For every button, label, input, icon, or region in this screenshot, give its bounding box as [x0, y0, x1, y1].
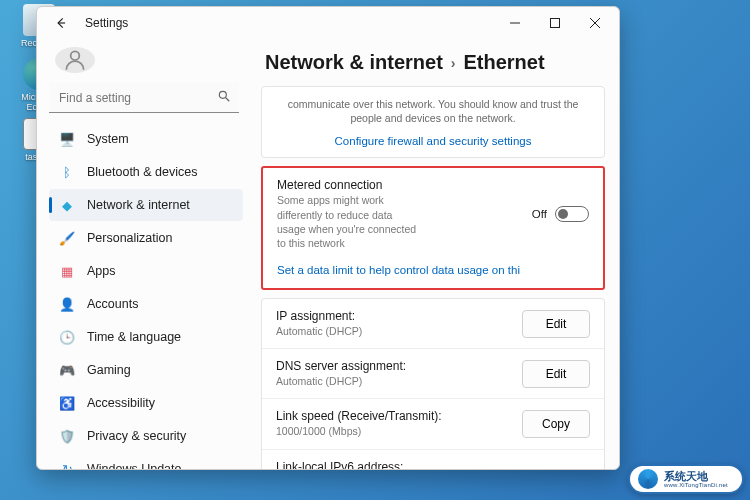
sidebar-item-label: Accessibility	[87, 396, 235, 410]
sidebar-item-time-language[interactable]: 🕒Time & language	[49, 321, 243, 353]
search-input[interactable]	[49, 83, 239, 113]
detail-row-title: Link speed (Receive/Transmit):	[276, 409, 512, 423]
person-icon	[62, 47, 88, 73]
maximize-button[interactable]	[535, 9, 575, 37]
time-language-icon: 🕒	[59, 329, 75, 345]
metered-toggle-label: Off	[532, 208, 547, 220]
system-icon: 🖥️	[59, 131, 75, 147]
detail-row-value: Automatic (DHCP)	[276, 324, 416, 338]
titlebar: Settings	[37, 7, 619, 39]
metered-description: Some apps might work differently to redu…	[277, 193, 417, 250]
network-profile-description: communicate over this network. You shoul…	[276, 97, 590, 131]
sidebar-item-label: Time & language	[87, 330, 235, 344]
svg-line-6	[226, 98, 230, 102]
search-icon[interactable]	[217, 89, 231, 107]
privacy-security-icon: 🛡️	[59, 428, 75, 444]
breadcrumb-current: Ethernet	[463, 51, 544, 74]
detail-row-title: IP assignment:	[276, 309, 512, 323]
firewall-settings-link[interactable]: Configure firewall and security settings	[276, 135, 590, 147]
network-icon: ◆	[59, 197, 75, 213]
minimize-icon	[510, 18, 520, 28]
data-limit-link[interactable]: Set a data limit to help control data us…	[277, 264, 520, 276]
detail-row-value: Automatic (DHCP)	[276, 374, 416, 388]
sidebar-item-apps[interactable]: ▦Apps	[49, 255, 243, 287]
sidebar-item-label: System	[87, 132, 235, 146]
chevron-right-icon: ›	[451, 55, 456, 71]
accounts-icon: 👤	[59, 296, 75, 312]
sidebar-item-privacy-security[interactable]: 🛡️Privacy & security	[49, 420, 243, 452]
sidebar-item-label: Bluetooth & devices	[87, 165, 235, 179]
svg-rect-1	[551, 19, 560, 28]
metered-connection-panel: Metered connection Some apps might work …	[261, 166, 605, 290]
metered-title: Metered connection	[277, 178, 522, 192]
maximize-icon	[550, 18, 560, 28]
svg-point-5	[219, 91, 226, 98]
sidebar-item-label: Personalization	[87, 231, 235, 245]
gaming-icon: 🎮	[59, 362, 75, 378]
sidebar-item-personalization[interactable]: 🖌️Personalization	[49, 222, 243, 254]
logo-url: www.XiTongTianDi.net	[664, 482, 728, 488]
sidebar: 🖥️SystemᛒBluetooth & devices◆Network & i…	[37, 39, 251, 469]
back-button[interactable]	[47, 9, 75, 37]
logo-icon	[638, 469, 658, 489]
edit-button[interactable]: Edit	[522, 310, 590, 338]
detail-row: Link-local IPv6 address:	[262, 449, 604, 469]
sidebar-item-label: Accounts	[87, 297, 235, 311]
content-area: Network & internet › Ethernet communicat…	[251, 39, 619, 469]
network-profile-panel: communicate over this network. You shoul…	[261, 86, 605, 158]
detail-row: DNS server assignment:Automatic (DHCP)Ed…	[262, 348, 604, 398]
breadcrumb-parent[interactable]: Network & internet	[265, 51, 443, 74]
toggle-knob-icon	[558, 209, 568, 219]
sidebar-item-label: Network & internet	[87, 198, 235, 212]
personalization-icon: 🖌️	[59, 230, 75, 246]
detail-row-value: 1000/1000 (Mbps)	[276, 424, 416, 438]
sidebar-item-bluetooth[interactable]: ᛒBluetooth & devices	[49, 156, 243, 188]
detail-row-title: DNS server assignment:	[276, 359, 512, 373]
back-arrow-icon	[54, 16, 68, 30]
minimize-button[interactable]	[495, 9, 535, 37]
sidebar-item-label: Apps	[87, 264, 235, 278]
copy-button[interactable]: Copy	[522, 410, 590, 438]
details-panel: IP assignment:Automatic (DHCP)EditDNS se…	[261, 298, 605, 469]
close-icon	[590, 18, 600, 28]
sidebar-item-system[interactable]: 🖥️System	[49, 123, 243, 155]
sidebar-item-accounts[interactable]: 👤Accounts	[49, 288, 243, 320]
sidebar-item-label: Gaming	[87, 363, 235, 377]
close-button[interactable]	[575, 9, 615, 37]
sidebar-item-label: Windows Update	[87, 462, 235, 469]
sidebar-item-accessibility[interactable]: ♿Accessibility	[49, 387, 243, 419]
sidebar-item-label: Privacy & security	[87, 429, 235, 443]
sidebar-item-gaming[interactable]: 🎮Gaming	[49, 354, 243, 386]
accessibility-icon: ♿	[59, 395, 75, 411]
logo-badge: 系统天地 www.XiTongTianDi.net	[628, 464, 744, 494]
logo-name: 系统天地	[664, 471, 728, 482]
detail-row: IP assignment:Automatic (DHCP)Edit	[262, 299, 604, 348]
sidebar-item-windows-update[interactable]: ↻Windows Update	[49, 453, 243, 469]
svg-point-4	[71, 51, 80, 60]
metered-toggle[interactable]	[555, 206, 589, 222]
settings-window: Settings 🖥️SystemᛒBluetooth & devices◆Ne…	[36, 6, 620, 470]
search-box	[49, 83, 239, 113]
window-title: Settings	[85, 16, 128, 30]
breadcrumb: Network & internet › Ethernet	[265, 51, 605, 74]
bluetooth-icon: ᛒ	[59, 164, 75, 180]
detail-row-title: Link-local IPv6 address:	[276, 460, 590, 469]
edit-button[interactable]: Edit	[522, 360, 590, 388]
avatar[interactable]	[55, 47, 95, 73]
nav-list: 🖥️SystemᛒBluetooth & devices◆Network & i…	[49, 123, 243, 469]
detail-row: Link speed (Receive/Transmit):1000/1000 …	[262, 398, 604, 448]
apps-icon: ▦	[59, 263, 75, 279]
sidebar-item-network[interactable]: ◆Network & internet	[49, 189, 243, 221]
windows-update-icon: ↻	[59, 461, 75, 469]
